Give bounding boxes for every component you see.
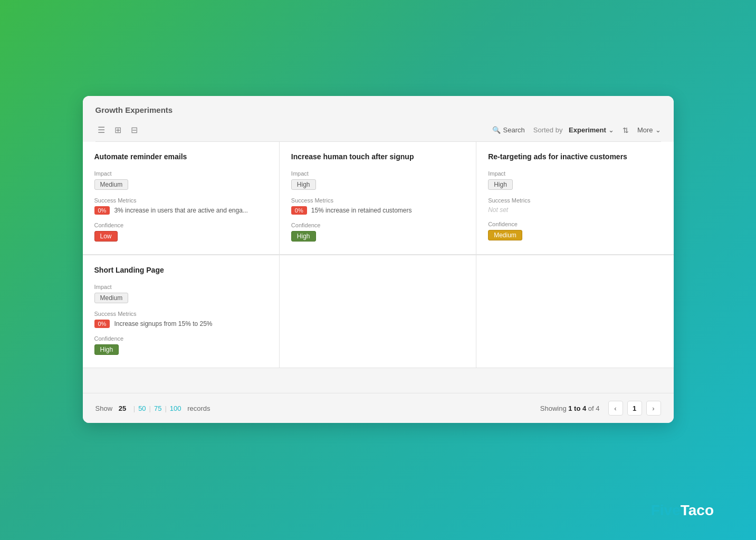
card-short-landing-page[interactable]: Short Landing Page Impact Medium Success…	[83, 255, 280, 368]
empty-card-1	[280, 255, 476, 368]
main-panel: Growth Experiments ☰ ⊞ ⊟ 🔍 Search Sorted…	[83, 96, 674, 423]
confidence-label: Confidence	[488, 221, 662, 227]
impact-badge: Medium	[94, 293, 129, 303]
confidence-badge: Medium	[488, 230, 522, 240]
success-text: Increase signups from 15% to 25%	[114, 320, 212, 327]
metric-row: Not set	[488, 206, 662, 214]
records-100[interactable]: 100	[170, 404, 181, 412]
cards-row-2: Short Landing Page Impact Medium Success…	[83, 255, 674, 368]
impact-label: Impact	[94, 170, 267, 177]
confidence-badge: Low	[94, 231, 118, 242]
success-percent: 0%	[291, 206, 307, 215]
records-75[interactable]: 75	[154, 404, 161, 412]
impact-badge: Medium	[94, 179, 129, 190]
success-text: 3% increase in users that are active and…	[114, 207, 247, 214]
success-not-set: Not set	[488, 206, 508, 214]
show-label: Show	[95, 404, 113, 412]
search-icon: 🔍	[492, 126, 501, 134]
card-title: Automate reminder emails	[94, 152, 267, 161]
card-title: Re-targeting ads for inactive customers	[488, 152, 662, 161]
sort-value: Experiment	[569, 126, 606, 134]
confidence-label: Confidence	[94, 222, 267, 228]
metric-row: 0% 15% increase in retained customers	[291, 206, 464, 215]
cards-row-1: Automate reminder emails Impact Medium S…	[83, 142, 674, 255]
success-label: Success Metrics	[94, 197, 267, 204]
records-current: 25	[119, 404, 126, 412]
brand-suffix: Taco	[681, 502, 714, 518]
impact-badge: High	[488, 179, 513, 190]
prev-page-button[interactable]: ‹	[608, 401, 623, 416]
records-50[interactable]: 50	[138, 404, 146, 412]
search-button[interactable]: 🔍 Search	[492, 126, 525, 134]
pagination: Showing 1 to 4 of 4 ‹ 1 ›	[540, 401, 661, 416]
grid-view-icon[interactable]: ⊞	[112, 124, 123, 136]
card-retargeting-ads[interactable]: Re-targeting ads for inactive customers …	[476, 142, 673, 255]
confidence-badge: High	[94, 344, 119, 355]
confidence-badge: High	[291, 231, 316, 242]
column-view-icon[interactable]: ⊟	[129, 124, 140, 136]
sort-order-icon[interactable]: ⇅	[623, 126, 629, 134]
card-increase-human-touch[interactable]: Increase human touch after signup Impact…	[280, 142, 476, 255]
brand-prefix: Five	[651, 502, 681, 518]
list-view-icon[interactable]: ☰	[95, 124, 107, 136]
more-label: More	[637, 126, 653, 134]
confidence-label: Confidence	[94, 335, 267, 342]
toolbar: ☰ ⊞ ⊟ 🔍 Search Sorted by Experiment ⌄ ⇅ …	[95, 120, 661, 142]
page-1-button[interactable]: 1	[627, 401, 642, 416]
records-label: records	[187, 404, 210, 412]
empty-card-2	[476, 255, 673, 368]
impact-label: Impact	[94, 284, 267, 290]
showing-text: Showing 1 to 4 of 4	[540, 404, 600, 412]
card-title: Increase human touch after signup	[291, 152, 464, 161]
search-label: Search	[503, 126, 525, 134]
more-button[interactable]: More ⌄	[637, 126, 661, 134]
show-records: Show 25 | 50 | 75 | 100 records	[95, 404, 210, 412]
sort-prefix: Sorted by	[533, 126, 563, 134]
panel-title: Growth Experiments	[95, 105, 661, 114]
impact-label: Impact	[291, 170, 464, 177]
impact-label: Impact	[488, 170, 662, 177]
success-percent: 0%	[94, 206, 110, 215]
success-label: Success Metrics	[291, 197, 464, 204]
card-title: Short Landing Page	[94, 266, 267, 274]
cards-area: Automate reminder emails Impact Medium S…	[83, 142, 674, 393]
success-percent: 0%	[94, 320, 110, 328]
panel-header: Growth Experiments ☰ ⊞ ⊟ 🔍 Search Sorted…	[83, 96, 674, 142]
confidence-label: Confidence	[291, 222, 464, 228]
success-text: 15% increase in retained customers	[311, 207, 412, 214]
success-label: Success Metrics	[94, 311, 267, 317]
metric-row: 0% Increase signups from 15% to 25%	[94, 320, 267, 328]
success-label: Success Metrics	[488, 197, 662, 204]
sort-button[interactable]: Sorted by Experiment ⌄	[533, 126, 614, 134]
chevron-down-icon-more: ⌄	[655, 126, 661, 134]
brand: FiveTaco	[651, 502, 714, 519]
impact-badge: High	[291, 179, 316, 190]
chevron-down-icon: ⌄	[608, 126, 614, 134]
card-automate-reminder[interactable]: Automate reminder emails Impact Medium S…	[83, 142, 280, 255]
metric-row: 0% 3% increase in users that are active …	[94, 206, 267, 215]
next-page-button[interactable]: ›	[646, 401, 661, 416]
toolbar-left: ☰ ⊞ ⊟	[95, 124, 140, 136]
toolbar-right: 🔍 Search Sorted by Experiment ⌄ ⇅ More ⌄	[492, 126, 661, 134]
footer: Show 25 | 50 | 75 | 100 records Showing …	[83, 393, 674, 423]
